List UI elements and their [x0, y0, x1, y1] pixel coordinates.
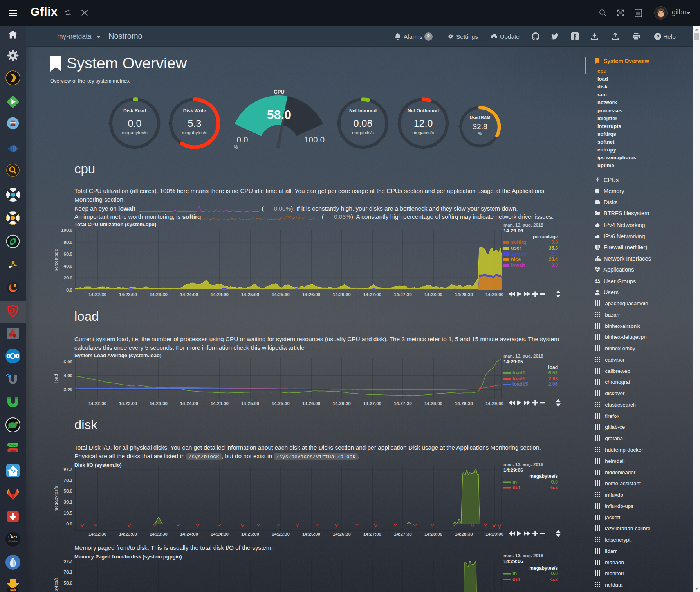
svg-text:LAZY: LAZY [8, 535, 18, 539]
svg-text:12.0: 12.0 [414, 118, 433, 129]
svg-text:Offline: Offline [9, 450, 16, 452]
svg-text:14:23:30: 14:23:30 [150, 292, 168, 297]
svg-text:14:27:00: 14:27:00 [363, 292, 381, 297]
svg-text:6.51: 6.51 [548, 370, 558, 376]
svg-text:14:23:00: 14:23:00 [119, 532, 137, 536]
svg-text:megabytes/s: megabytes/s [529, 473, 558, 479]
svg-text:5.3: 5.3 [188, 118, 202, 129]
svg-text:100.0: 100.0 [304, 135, 325, 144]
svg-text:14:23:30: 14:23:30 [150, 401, 168, 406]
svg-text:6.00: 6.00 [64, 360, 72, 364]
svg-text:system: system [511, 251, 528, 257]
svg-text:CPU: CPU [274, 89, 284, 95]
svg-text:megabits/s: megabits/s [412, 130, 434, 135]
svg-text:14:25:00: 14:25:00 [241, 532, 259, 536]
svg-text:14:26:30: 14:26:30 [333, 292, 351, 297]
svg-text:Net Inbound: Net Inbound [349, 108, 377, 113]
svg-text:load: load [54, 374, 58, 383]
svg-text:-5.3: -5.3 [549, 485, 558, 490]
svg-text:Online: Online [9, 444, 16, 446]
svg-text:2.68: 2.68 [548, 376, 558, 381]
svg-text:78.1: 78.1 [64, 478, 73, 482]
svg-text:14:26:00: 14:26:00 [302, 401, 320, 406]
svg-text:58.6: 58.6 [64, 581, 72, 585]
svg-text:megabytes/s: megabytes/s [122, 130, 147, 135]
svg-text:0.0: 0.0 [551, 571, 558, 576]
svg-text:14:24:30: 14:24:30 [211, 532, 229, 536]
svg-text:14:29:05: 14:29:05 [503, 359, 523, 365]
svg-text:sab: sab [10, 588, 16, 592]
svg-text:in: in [512, 479, 517, 485]
svg-text:14:29:06: 14:29:06 [503, 559, 523, 564]
svg-text:14:24:00: 14:24:00 [180, 532, 198, 536]
svg-text:man. 13. aug. 2018: man. 13. aug. 2018 [503, 462, 543, 467]
svg-text:0.0: 0.0 [551, 479, 558, 485]
svg-text:14:28:30: 14:28:30 [455, 532, 473, 536]
svg-text:0.0: 0.0 [551, 263, 558, 268]
svg-text:14:26:00: 14:26:00 [302, 292, 320, 297]
svg-text:14:22:30: 14:22:30 [88, 292, 106, 297]
svg-text:14:29:00: 14:29:00 [485, 401, 503, 406]
svg-text:14:29:06: 14:29:06 [503, 468, 523, 473]
svg-text:librarian: librarian [8, 540, 17, 542]
svg-text:14:25:30: 14:25:30 [272, 292, 290, 297]
svg-text:out: out [512, 485, 520, 490]
svg-text:softirq: softirq [511, 239, 526, 245]
svg-text:megabytes/s: megabytes/s [529, 565, 558, 571]
svg-text:Used RAM: Used RAM [470, 115, 491, 120]
svg-text:14:26:30: 14:26:30 [333, 532, 351, 536]
svg-text:78.1: 78.1 [64, 570, 73, 574]
svg-text:97.7: 97.7 [64, 467, 72, 471]
svg-text:0.0: 0.0 [236, 135, 248, 144]
svg-text:14:24:00: 14:24:00 [180, 401, 198, 406]
svg-text:0.0: 0.0 [551, 239, 558, 245]
svg-text:14:23:00: 14:23:00 [119, 401, 137, 406]
svg-text:14:25:00: 14:25:00 [241, 292, 259, 297]
svg-text:in: in [512, 571, 517, 576]
svg-text:14:27:00: 14:27:00 [363, 401, 381, 406]
svg-text:System Load Average (system.lo: System Load Average (system.load) [74, 353, 161, 358]
svg-text:2.06: 2.06 [548, 381, 558, 387]
svg-text:-5.2: -5.2 [549, 577, 558, 582]
svg-text:user: user [511, 245, 521, 251]
svg-text:14:29:00: 14:29:00 [485, 532, 503, 536]
svg-text:%: % [234, 144, 238, 150]
svg-text:80.0: 80.0 [64, 240, 72, 245]
svg-text:14:24:30: 14:24:30 [211, 292, 229, 297]
svg-text:14:27:30: 14:27:30 [394, 532, 412, 536]
svg-text:14:29:06: 14:29:06 [503, 228, 523, 234]
svg-text:percentage: percentage [533, 234, 558, 239]
svg-text:14:23:30: 14:23:30 [150, 532, 168, 536]
svg-text:58.6: 58.6 [64, 489, 72, 493]
svg-text:0.08: 0.08 [354, 118, 373, 129]
svg-text:Total CPU utilization (system.: Total CPU utilization (system.cpu) [74, 221, 156, 227]
svg-text:percentage: percentage [54, 249, 58, 272]
svg-text:39.1: 39.1 [64, 500, 73, 504]
svg-text:60.0: 60.0 [64, 252, 72, 256]
svg-text:megabits/s: megabits/s [352, 130, 374, 135]
svg-text:100.0: 100.0 [61, 228, 72, 232]
svg-text:Memory Paged from/to disk (sys: Memory Paged from/to disk (system.pgpgio… [74, 554, 182, 560]
svg-text:14:26:30: 14:26:30 [333, 401, 351, 406]
svg-text:14:24:30: 14:24:30 [211, 401, 229, 406]
svg-text:load: load [548, 365, 558, 370]
svg-text:58.0: 58.0 [267, 108, 291, 122]
svg-text:20.0: 20.0 [64, 275, 72, 280]
svg-text:14:24:00: 14:24:00 [180, 292, 198, 297]
svg-text:14:22:30: 14:22:30 [88, 532, 106, 536]
svg-text:man. 13. aug. 2018: man. 13. aug. 2018 [503, 223, 543, 227]
svg-text:4.00: 4.00 [64, 373, 72, 378]
svg-text:14:28:30: 14:28:30 [455, 401, 473, 406]
svg-text:2.00: 2.00 [64, 387, 72, 392]
svg-text:97.7: 97.7 [64, 559, 72, 563]
svg-text:load1: load1 [512, 370, 525, 376]
svg-text:32.8: 32.8 [473, 122, 487, 131]
svg-text:megabytes/s: megabytes/s [54, 577, 58, 592]
svg-text:load5: load5 [512, 376, 525, 381]
svg-text:2.3: 2.3 [551, 251, 558, 257]
svg-text:0.0: 0.0 [128, 118, 142, 129]
svg-text:14:27:30: 14:27:30 [394, 401, 412, 406]
svg-text:load15: load15 [512, 381, 528, 387]
svg-text:14:28:00: 14:28:00 [424, 292, 442, 297]
svg-text:20.4: 20.4 [549, 257, 558, 262]
